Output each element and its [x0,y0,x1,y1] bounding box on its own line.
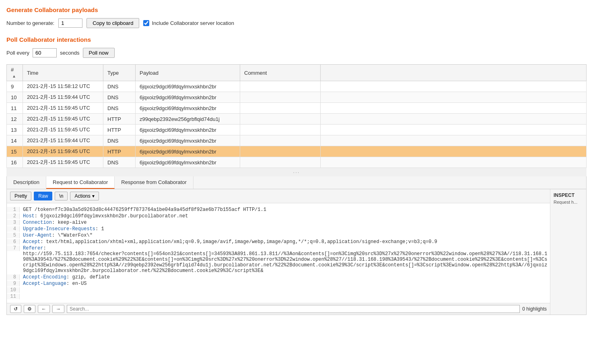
line-number: 11 [7,294,20,299]
line-number: 5 [7,233,20,238]
col-header-time[interactable]: Time [23,65,103,81]
table-row[interactable]: 12 2021-2月-15 11:59:45 UTC HTTP z99qebp2… [7,114,587,125]
cell-payload: 6jqxoiz9dgcl69fdqylmvxskhbn2br [136,92,240,103]
line-number: 1 [7,207,20,213]
right-panel-title: INSPECT [554,192,583,198]
cell-time: 2021-2月-15 11:59:45 UTC [23,114,103,125]
code-line: 1GET /token=f7c30a3a5d9263d8c44476259ff7… [7,207,550,213]
bottom-bar: ↺ ⚙ ← → 0 highlights [7,303,550,315]
line-number: 8 [7,274,20,280]
poll-seconds-label: seconds [60,50,79,56]
table-row[interactable]: 13 2021-2月-15 11:59:45 UTC HTTP 6jqxoiz9… [7,125,587,135]
table-row[interactable]: 14 2021-2月-15 11:59:44 UTC DNS 6jqxoiz9d… [7,135,587,146]
panel-resizer[interactable]: ··· [6,168,587,176]
cell-id: 15 [7,146,23,157]
scroll-left-button[interactable]: ↺ [10,305,21,313]
cell-time: 2021-2月-15 11:59:45 UTC [23,157,103,168]
cell-time: 2021-2月-15 11:59:45 UTC [23,103,103,114]
table-row[interactable]: 15 2021-2月-15 11:59:45 UTC HTTP 6jqxoiz9… [7,146,587,157]
poll-now-button[interactable]: Poll now [83,48,115,58]
cell-type: DNS [103,81,136,92]
cell-comment [240,125,321,135]
number-input[interactable] [58,18,82,28]
right-panel: INSPECT Request h... [550,189,586,315]
tab-response-from-collaborator[interactable]: Response from Collaborator [115,176,194,189]
back-button[interactable]: ← [38,305,50,313]
cell-comment [240,146,321,157]
cell-id: 10 [7,92,23,103]
poll-row: Poll every seconds Poll now [6,48,587,58]
line-content: GET /token=f7c30a3a5d9263d8c44476259ff78… [23,207,550,213]
highlight-count: 0 highlights [522,306,547,312]
cell-id: 13 [7,125,23,135]
include-location-label: Include Collaborator server location [152,20,234,26]
tabs-row: DescriptionRequest to CollaboratorRespon… [7,176,586,189]
cell-time: 2021-2月-15 11:58:12 UTC [23,81,103,92]
toolbar-row: Pretty Raw \n Actions ▾ [7,189,550,203]
code-line: 7Referer: http://159.75.113.183:7654/che… [7,245,550,274]
pretty-button[interactable]: Pretty [10,192,31,200]
cell-extra [321,157,587,168]
poll-title: Poll Collaborator interactions [6,36,587,43]
cell-time: 2021-2月-15 11:59:44 UTC [23,135,103,146]
tab-description[interactable]: Description [7,176,46,189]
col-header-extra [321,65,587,81]
cell-payload: 6jqxoiz9dgcl69fdqylmvxskhbn2br [136,125,240,135]
cell-comment [240,92,321,103]
settings-button[interactable]: ⚙ [24,305,35,313]
cell-comment [240,157,321,168]
cell-extra [321,114,587,125]
line-content: Referer: http://159.75.113.183:7654/chec… [23,245,550,274]
cell-type: DNS [103,103,136,114]
poll-every-label: Poll every [6,50,29,56]
cell-time: 2021-2月-15 11:59:44 UTC [23,92,103,103]
col-header-hash[interactable]: # ▲ [7,65,23,81]
split-layout: Pretty Raw \n Actions ▾ 1GET /token=f7c3… [7,189,586,315]
line-number: 6 [7,239,20,245]
table-row[interactable]: 9 2021-2月-15 11:58:12 UTC DNS 6jqxoiz9dg… [7,81,587,92]
line-number: 2 [7,213,20,219]
code-line: 10 [7,287,550,293]
table-row[interactable]: 11 2021-2月-15 11:59:45 UTC DNS 6jqxoiz9d… [7,103,587,114]
actions-button[interactable]: Actions ▾ [70,192,99,200]
code-line: 8Accept-Encoding: gzip, deflate [7,274,550,280]
cell-extra [321,146,587,157]
generate-title: Generate Collaborator payloads [6,6,587,13]
code-line: 3Connection: keep-alive [7,219,550,226]
cell-time: 2021-2月-15 11:59:45 UTC [23,146,103,157]
copy-to-clipboard-button[interactable]: Copy to clipboard [86,18,139,28]
code-area: 1GET /token=f7c30a3a5d9263d8c44476259ff7… [7,203,550,303]
code-line: 2Host: 6jqxoiz9dgcl69fdqylmvxskhbn2br.bu… [7,213,550,219]
cell-comment [240,114,321,125]
right-panel-label: Request h... [554,200,583,204]
poll-interval-input[interactable] [33,48,57,57]
col-header-comment[interactable]: Comment [240,65,321,81]
cell-comment [240,103,321,114]
forward-button[interactable]: → [52,305,64,313]
number-label: Number to generate: [6,20,54,26]
search-input[interactable] [67,305,520,313]
code-line: 5User-Agent: \"WaterFox\" [7,232,550,239]
line-number: 3 [7,220,20,225]
cell-id: 11 [7,103,23,114]
bottom-panel: DescriptionRequest to CollaboratorRespon… [6,176,587,315]
include-location-checkbox[interactable] [143,20,149,26]
line-content: Accept: text/html,application/xhtml+xml,… [23,239,550,245]
col-header-type[interactable]: Type [103,65,136,81]
cell-extra [321,92,587,103]
n-button[interactable]: \n [55,192,68,200]
line-number: 9 [7,281,20,286]
table-row[interactable]: 10 2021-2月-15 11:59:44 UTC DNS 6jqxoiz9d… [7,92,587,103]
line-content: Host: 6jqxoiz9dgcl69fdqylmvxskhbn2br.bur… [23,213,550,219]
code-line: 11 [7,293,550,300]
actions-chevron-icon: ▾ [92,193,95,199]
tab-request-to-collaborator[interactable]: Request to Collaborator [46,176,115,189]
table-row[interactable]: 16 2021-2月-15 11:59:45 UTC DNS 6jqxoiz9d… [7,157,587,168]
col-header-payload[interactable]: Payload [136,65,240,81]
cell-payload: 6jqxoiz9dgcl69fdqylmvxskhbn2br [136,157,240,168]
cell-type: DNS [103,157,136,168]
cell-extra [321,135,587,146]
cell-type: DNS [103,135,136,146]
cell-payload: 6jqxoiz9dgcl69fdqylmvxskhbn2br [136,146,240,157]
raw-button[interactable]: Raw [34,192,52,200]
